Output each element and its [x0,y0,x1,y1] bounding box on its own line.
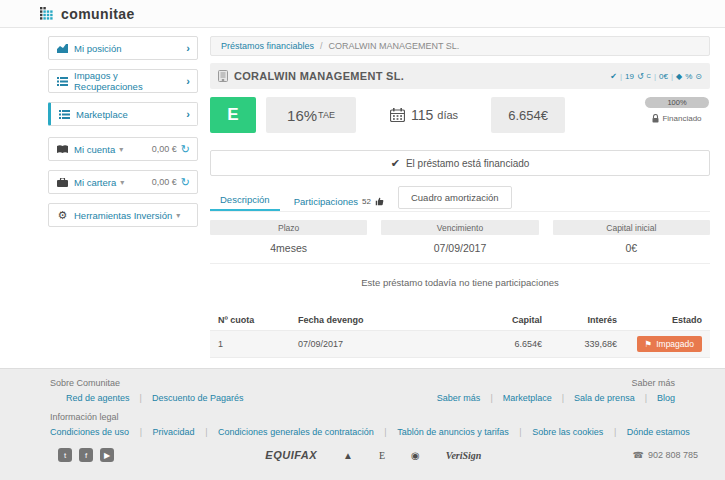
footer-link-sobre-cookies[interactable]: Sobre las cookies [532,427,603,437]
progress-bar: 100% [645,97,709,108]
funding-progress: 100% Financiado [644,97,710,123]
phone-icon: ☎ [633,450,644,460]
check-icon: ✔ [610,72,617,81]
loan-status-box: ✔ El préstamo está financiado [210,150,710,176]
sidebar-item-mi-posicion[interactable]: Mi posición › [48,36,198,60]
sidebar-item-impagos[interactable]: Impagos y Recuperaciones › [48,69,198,93]
amortization-table: Nº cuota Fecha devengo Capital Interés E… [210,310,710,358]
lock-icon [652,114,659,123]
separator [614,427,616,437]
check-icon: ✔ [391,157,400,170]
comunitae-logo[interactable]: comunitae [40,6,135,22]
sidebar-item-label: Herramientas Inversión [74,210,172,221]
facebook-icon[interactable]: f [79,448,93,462]
separator [140,427,142,437]
twitter-icon[interactable]: t [58,448,72,462]
phone-number: 902 808 785 [648,450,698,460]
footer-more-title: Saber más [421,378,675,388]
diamond-icon: ◆ [676,72,682,81]
partner-seal-logo: ◉ [411,450,420,461]
footer-link-condiciones-uso[interactable]: Condiciones de uso [50,427,129,437]
loan-stats-row: E 16% TAE 115 días 6.654€ [210,97,710,137]
page: comunitae Mi posición › Impagos y Recupe… [0,0,725,480]
summary-value: 4meses [210,235,367,263]
list-icon [56,77,69,86]
breadcrumb-current: CORALWIN MANAGEMENT SL. [329,41,460,51]
summary-header: Vencimiento [381,220,538,235]
footer-link-descuento-pagares[interactable]: Descuento de Pagarés [142,393,254,403]
book-icon [56,145,69,154]
no-participations-message: Este préstamo todavía no tiene participa… [210,264,710,310]
chevron-right-icon: › [186,109,190,120]
tab-bar: Descripción Participaciones 52 Cuadro am… [210,186,710,212]
cell-interest: 339,68€ [550,331,625,358]
footer-link-donde-estamos[interactable]: Dónde estamos [627,427,690,437]
col-num-cuota: Nº cuota [210,310,290,331]
col-estado: Estado [625,310,710,331]
amount-left: 0€ [659,72,668,81]
logo-text: comunitae [61,6,135,22]
caret-down-icon: ▾ [176,211,180,220]
footer-link-privacidad[interactable]: Privacidad [153,427,195,437]
summary-plazo: Plazo 4meses [210,220,367,263]
separator [205,427,207,437]
list-icon [58,110,71,119]
footer-link-blog[interactable]: Blog [647,393,675,403]
footer-link-sala-de-prensa[interactable]: Sala de prensa [564,393,645,403]
clock-icon: ↺ [637,72,644,81]
sidebar-item-label: Mi cartera [74,177,116,188]
footer-about: Sobre Comunitae Red de agentes Descuento… [50,378,253,403]
caret-down-icon: ▾ [119,145,123,154]
social-icons: t f ▶ [58,448,114,462]
calendar-icon [390,108,405,122]
rating-badge: E [210,97,256,133]
sidebar-item-mi-cartera[interactable]: Mi cartera ▾ 0,00 € ↻ [48,170,198,194]
footer-link-condiciones-contratacion[interactable]: Condiciones generales de contratación [218,427,374,437]
footer-legal-links: Condiciones de uso Privacidad Condicione… [50,427,690,437]
portfolio-balance: 0,00 € [152,177,177,187]
sidebar-item-mi-cuenta[interactable]: Mi cuenta ▾ 0,00 € ↻ [48,137,198,161]
info-icon[interactable]: ⊙ [695,72,702,81]
equifax-logo: EQUIFAX [265,449,317,461]
sidebar-item-label: Mi cuenta [74,144,115,155]
refresh-icon[interactable]: ↻ [181,177,190,188]
footer-link-tablon-anuncios[interactable]: Tablón de anuncios y tarifas [397,427,509,437]
funded-label-row: Financiado [652,114,701,123]
status-badge-impagado: ⚑ Impagado [637,336,702,352]
footer-more: Saber más Saber más Marketplace Sala de … [421,378,700,403]
sidebar-item-label: Mi posición [74,43,122,54]
loan-meta-badges: ✔ | 19 ↺ C | 0€ | ◆ % ⊙ [610,72,702,81]
footer-link-marketplace[interactable]: Marketplace [493,393,562,403]
loan-title-bar: CORALWIN MANAGEMENT SL. ✔ | 19 ↺ C | 0€ … [210,63,710,89]
breadcrumb-link-prestamos[interactable]: Préstamos financiables [221,41,314,51]
tab-descripcion[interactable]: Descripción [210,189,280,211]
separator [519,427,521,437]
partner-e-logo: E [379,450,385,461]
footer-legal-title: Información legal [50,412,700,422]
footer-link-saber-mas[interactable]: Saber más [421,393,491,403]
tab-participaciones[interactable]: Participaciones 52 [284,191,394,211]
loan-title: CORALWIN MANAGEMENT SL. [234,70,404,82]
cell-status: ⚑ Impagado [625,331,710,358]
verisign-logo: VeriSign [446,450,482,461]
summary-value: 0€ [553,235,710,263]
caret-down-icon: ▾ [120,178,124,187]
summary-value: 07/09/2017 [381,235,538,263]
term-value: 115 [411,107,433,123]
partner-logos: EQUIFAX ▲ E ◉ VeriSign [114,449,633,461]
term-unit: días [437,109,458,121]
sidebar: Mi posición › Impagos y Recuperaciones ›… [48,36,198,368]
chevron-right-icon: › [186,76,190,87]
refresh-icon[interactable]: ↻ [181,144,190,155]
status-message: El préstamo está financiado [406,158,529,169]
sidebar-item-herramientas[interactable]: ⚙ Herramientas Inversión ▾ [48,203,198,227]
footer-link-red-de-agentes[interactable]: Red de agentes [50,393,140,403]
footer: Sobre Comunitae Red de agentes Descuento… [0,368,725,480]
thumbs-up-icon [375,197,384,206]
sidebar-item-marketplace[interactable]: Marketplace › [48,102,198,126]
youtube-icon[interactable]: ▶ [100,448,114,462]
tab-cuadro-amortizacion[interactable]: Cuadro amortización [398,186,512,209]
funded-label: Financiado [662,114,701,123]
cell-capital: 6.654€ [460,331,550,358]
breadcrumb-divider: / [320,41,323,51]
